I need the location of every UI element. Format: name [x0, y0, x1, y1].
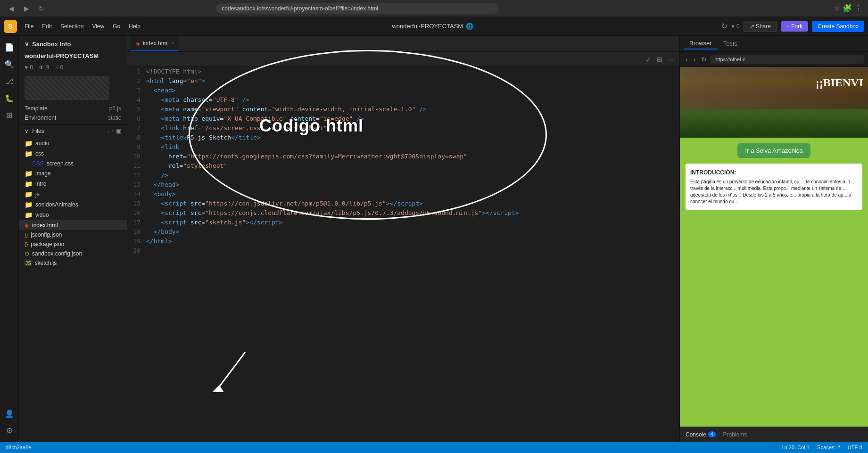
folder-audio[interactable]: 📁 audio [19, 138, 127, 148]
refresh-icon-btn[interactable]: ↻ [721, 22, 727, 31]
editor-area: ◈ index.html × ⤢ ⊟ ··· 1 <!DOCTYPE html>… [127, 36, 679, 442]
files-title: Files [32, 128, 44, 134]
chevron-files-icon: ∨ [25, 128, 29, 134]
code-editor[interactable]: 1 <!DOCTYPE html> 2 <html lang="en"> 3 <… [127, 67, 679, 442]
preview-forward-button[interactable]: › [692, 54, 698, 65]
files-icon[interactable]: 📄 [2, 40, 17, 55]
html-file-icon: ◈ [25, 222, 29, 229]
preview-refresh-button[interactable]: ↻ [699, 54, 709, 65]
folder-video[interactable]: 📁 video [19, 210, 127, 220]
expand-files-button[interactable]: ↑ [111, 128, 114, 134]
heart-stat-icon: ♥ [25, 64, 28, 71]
fork-button[interactable]: ⑂ Fork [781, 21, 808, 32]
environment-label: Environment [25, 115, 56, 121]
split-editor-button[interactable]: ⊟ [655, 54, 664, 65]
folder-icon: 📁 [25, 150, 33, 157]
menu-file[interactable]: File [21, 21, 37, 32]
git-icon[interactable]: ⎇ [2, 74, 17, 89]
like-stat: ♥ 0 [25, 64, 33, 71]
project-thumbnail [25, 76, 109, 100]
search-icon[interactable]: 🔍 [2, 57, 17, 72]
folder-intro[interactable]: 📁 intro [19, 179, 127, 189]
code-line-5: 5 <meta name="viewport" content="width=d… [127, 105, 679, 114]
settings-icon[interactable]: ⚙ [2, 423, 17, 438]
create-sandbox-button[interactable]: Create Sandbox [812, 21, 864, 32]
icon-bar: 📄 🔍 ⎇ 🐛 ⊞ 👤 ⚙ [0, 36, 19, 442]
console-tab[interactable]: Console 4 [686, 431, 716, 438]
refresh-button[interactable]: ↻ [36, 3, 47, 14]
template-label: Template [25, 105, 48, 112]
code-line-7: 7 <link href="/css/screen.css" rel="styl… [127, 124, 679, 133]
tab-browser[interactable]: Browser [684, 38, 718, 49]
menu-edit[interactable]: Edit [38, 21, 56, 32]
folder-image[interactable]: 📁 image [19, 168, 127, 179]
add-file-button[interactable]: ▣ [116, 128, 121, 134]
sandbox-info-title: Sandbox Info [32, 41, 71, 48]
tab-index-html[interactable]: ◈ index.html × [131, 36, 179, 51]
position-item: Ln 20, Col 1 [782, 445, 810, 450]
right-panel-tabs: Browser Tests [680, 36, 868, 52]
folder-icon: 📁 [25, 190, 33, 198]
expand-editor-button[interactable]: ⤢ [644, 54, 653, 65]
more-button[interactable]: ⋮ [855, 4, 862, 13]
preview-url-bar[interactable] [711, 55, 864, 64]
heart-icon: ♥ [731, 23, 735, 30]
folder-css-label: css [35, 150, 44, 157]
folder-audio-label: audio [35, 140, 49, 147]
code-line-13: 13 </head> [127, 180, 679, 189]
preview-back-button[interactable]: ‹ [684, 54, 690, 65]
folder-css[interactable]: 📁 css [19, 148, 127, 159]
view-stat: 👁 9 [39, 64, 50, 71]
collapse-files-button[interactable]: ↓ [107, 128, 109, 134]
code-line-12: 12 /> [127, 171, 679, 180]
bug-icon[interactable]: 🐛 [2, 91, 17, 106]
console-label: Console [686, 431, 706, 438]
problems-label: Problems [723, 431, 747, 438]
file-sketch-js[interactable]: JS sketch.js [19, 258, 127, 268]
forward-button[interactable]: ▶ [21, 3, 32, 14]
extensions-button[interactable]: 🧩 [843, 4, 852, 13]
file-jsconfig-label: jsconfig.json [31, 231, 62, 238]
menu-go[interactable]: Go [109, 21, 124, 32]
file-screen-css[interactable]: CSS screen.css [19, 159, 127, 168]
more-editor-button[interactable]: ··· [666, 54, 676, 65]
folder-sonidos[interactable]: 📁 sonidosAnimales [19, 199, 127, 210]
problems-tab[interactable]: Problems [723, 431, 747, 438]
header-actions: ↻ ♥ 0 ↗ Share ⑂ Fork Create Sandbox [721, 21, 864, 32]
share-button[interactable]: ↗ Share [744, 21, 777, 32]
browser-actions: ☆ 🧩 ⋮ [833, 4, 862, 13]
right-panel: Browser Tests ‹ › ↻ ¡¡BIENVI Ir a Selva … [679, 36, 868, 442]
user-icon[interactable]: 👤 [2, 406, 17, 421]
menu-help[interactable]: Help [125, 21, 144, 32]
tab-file-icon: ◈ [136, 40, 140, 47]
folder-sonidos-label: sonidosAnimales [35, 201, 78, 208]
editor-tabs: ◈ index.html × [127, 36, 679, 52]
app-header: S File Edit Selection View Go Help wonde… [0, 17, 868, 36]
console-badge: 4 [708, 431, 716, 437]
file-index-html[interactable]: ◈ index.html [19, 220, 127, 230]
code-line-3: 3 <head> [127, 86, 679, 95]
preview-green-area: Ir a Selva Amazónica Introducción: Esta … [680, 138, 868, 427]
amazon-button[interactable]: Ir a Selva Amazónica [737, 143, 810, 158]
heart-count-value: 0 [736, 23, 740, 30]
bookmark-button[interactable]: ☆ [833, 4, 840, 13]
folder-js[interactable]: 📁 js [19, 189, 127, 199]
app-logo: S [4, 20, 17, 33]
file-package-json[interactable]: {} package.json [19, 239, 127, 249]
files-section-label: ∨ Files [25, 128, 44, 134]
menu-view[interactable]: View [88, 21, 108, 32]
template-row: Template p5.js [19, 104, 127, 113]
extensions-icon[interactable]: ⊞ [2, 107, 17, 123]
sidebar: ∨ Sandbox Info wonderful-PROYECTASM ♥ 0 … [19, 36, 127, 442]
back-button[interactable]: ◀ [6, 3, 17, 14]
preview-intro-title: Introducción: [690, 168, 858, 177]
heart-count: ♥ 0 [731, 23, 740, 30]
file-sandbox-config[interactable]: ⊙ sandbox.config.json [19, 249, 127, 258]
tab-close-button[interactable]: × [172, 41, 174, 46]
folder-image-label: image [35, 170, 51, 177]
tab-tests[interactable]: Tests [718, 38, 743, 49]
file-jsconfig[interactable]: {} jsconfig.json [19, 230, 127, 239]
menu-selection[interactable]: Selection [57, 21, 87, 32]
file-screen-css-label: screen.css [47, 160, 74, 167]
address-bar[interactable] [216, 3, 499, 14]
